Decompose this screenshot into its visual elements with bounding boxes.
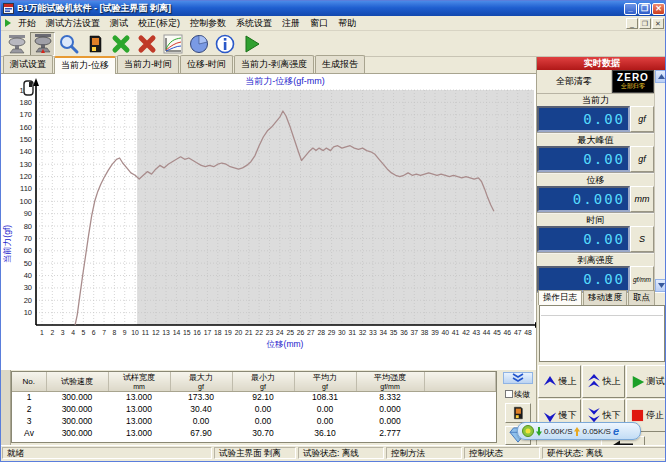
stop-icon (631, 409, 644, 422)
svg-text:27: 27 (307, 329, 315, 336)
app-icon (3, 3, 14, 14)
zoom-button[interactable] (56, 32, 81, 56)
svg-text:2: 2 (50, 329, 54, 336)
memory-card-button[interactable] (82, 32, 107, 56)
arrow-down-single-icon (543, 409, 557, 423)
clear-curve-button[interactable] (108, 32, 133, 56)
time-unit: S (630, 226, 654, 252)
operation-log-area[interactable] (539, 305, 665, 362)
menu-item-window[interactable]: 窗口 (305, 17, 333, 30)
close-button[interactable]: ✕ (652, 3, 665, 15)
svg-text:44: 44 (483, 329, 491, 336)
svg-text:12: 12 (152, 329, 160, 336)
svg-text:45: 45 (493, 329, 501, 336)
tab-pick-point[interactable]: 取点 (628, 290, 655, 305)
tab-operation-log[interactable]: 操作日志 (538, 290, 582, 305)
svg-text:180: 180 (19, 98, 32, 107)
svg-text:4: 4 (71, 329, 75, 336)
tab-move-speed[interactable]: 移动速度 (583, 290, 627, 305)
menu-item-calibration[interactable]: 校正(标定) (133, 17, 185, 30)
svg-text:80: 80 (24, 222, 32, 231)
graph-page-icon[interactable] (23, 80, 35, 96)
mdi-minimize-button[interactable]: _ (626, 18, 638, 29)
col-no: No. (12, 372, 46, 391)
app-window: B1万能试验机软件 - [试验主界面 剥离] _ ❐ ✕ 开始 测试方法设置 测… (0, 0, 666, 462)
svg-text:16: 16 (193, 329, 201, 336)
tab-generate-report[interactable]: 生成报告 (315, 55, 365, 73)
test-button[interactable]: 测试 (626, 365, 666, 398)
zero-all-button[interactable]: ZERO 全部归零 (612, 70, 654, 93)
readout-time: 时间 0.00 S (537, 214, 654, 254)
table-row[interactable]: 2300.000 13.00030.40 0.000.00 0.000 (12, 403, 496, 415)
restore-button[interactable]: ❐ (638, 3, 651, 15)
tab-test-settings[interactable]: 测试设置 (3, 55, 53, 73)
ie-icon[interactable]: e (613, 425, 619, 437)
time-display: 0.00 (537, 226, 630, 252)
current-force-unit: gf (630, 106, 654, 132)
status-test-state: 试验状态: 离线 (298, 447, 384, 459)
menu-item-register[interactable]: 注册 (277, 17, 305, 30)
fast-up-button[interactable]: 快上 (582, 365, 625, 398)
menu-item-start[interactable]: 开始 (13, 17, 41, 30)
pie-chart-button[interactable] (186, 32, 211, 56)
svg-text:35: 35 (390, 329, 398, 336)
realtime-panel: 实时数据 全部清零 ZERO 全部归零 当前力 0.00 gf (536, 57, 666, 445)
menu-item-help[interactable]: 帮助 (333, 17, 361, 30)
checkbox-box[interactable] (505, 390, 513, 398)
minimize-button[interactable]: _ (624, 3, 637, 15)
arrow-up-single-icon (543, 375, 557, 389)
svg-text:48: 48 (524, 329, 532, 336)
toolbar (1, 31, 666, 57)
svg-text:8: 8 (112, 329, 116, 336)
svg-text:21: 21 (245, 329, 253, 336)
network-speed-badge[interactable]: 0.00K/S 0.05K/S e (517, 422, 641, 440)
tab-force-time[interactable]: 当前力-时间 (117, 55, 179, 73)
svg-text:47: 47 (514, 329, 522, 336)
tab-force-peel-strength[interactable]: 当前力-剥离强度 (234, 55, 314, 73)
scroll-up-icon[interactable] (655, 70, 666, 83)
mdi-close-button[interactable]: ✕ (652, 18, 664, 29)
press-machine-2-button[interactable] (30, 32, 55, 56)
status-control-state: 控制状态 (464, 447, 540, 459)
svg-text:18: 18 (214, 329, 222, 336)
curves-view-button[interactable] (160, 32, 185, 56)
checkbox-label: 续做 (514, 389, 530, 400)
svg-text:40: 40 (24, 271, 32, 280)
svg-text:160: 160 (19, 123, 32, 132)
run-button[interactable] (238, 32, 263, 56)
svg-text:26: 26 (297, 329, 305, 336)
menu-item-test[interactable]: 测试 (105, 17, 133, 30)
tab-displacement-time[interactable]: 位移-时间 (180, 55, 233, 73)
table-row[interactable]: 1300.000 13.000173.30 92.10108.31 8.332 (12, 391, 496, 403)
slow-up-button[interactable]: 慢上 (538, 365, 581, 398)
readout-scrollbar[interactable] (654, 70, 666, 292)
table-row-average[interactable]: Av300.000 13.00067.90 30.7036.10 2.777 (12, 427, 496, 439)
menu-item-test-method[interactable]: 测试方法设置 (41, 17, 105, 30)
save-card-button[interactable] (505, 403, 531, 423)
clear-data-button[interactable] (134, 32, 159, 56)
start-arrow-icon (4, 19, 12, 27)
svg-text:29: 29 (328, 329, 336, 336)
svg-text:31: 31 (348, 329, 356, 336)
status-bar: 就绪 试验主界面 剥离 试验状态: 离线 控制方法 控制状态 硬件状态: 离线 (1, 445, 666, 460)
press-machine-1-button[interactable] (4, 32, 29, 56)
continue-checkbox[interactable]: 续做 (505, 389, 530, 400)
col-width: 试样宽度mm (108, 372, 170, 391)
info-button[interactable] (212, 32, 237, 56)
collapse-table-button[interactable] (503, 372, 533, 384)
pie-chart-icon (188, 33, 210, 55)
menu-item-control-params[interactable]: 控制参数 (185, 17, 231, 30)
displacement-display: 0.000 (537, 186, 630, 212)
peel-strength-unit: gf/mm (630, 266, 654, 292)
svg-text:32: 32 (359, 329, 367, 336)
svg-text:20: 20 (24, 296, 32, 305)
scroll-down-icon[interactable] (655, 279, 666, 292)
readout-displacement: 位移 0.000 mm (537, 174, 654, 214)
tab-force-displacement[interactable]: 当前力-位移 (54, 56, 116, 74)
mdi-restore-button[interactable]: ❐ (639, 18, 651, 29)
menu-item-system-settings[interactable]: 系统设置 (231, 17, 277, 30)
svg-text:170: 170 (19, 110, 32, 119)
table-row[interactable]: 3300.000 13.0000.00 0.000.00 0.000 (12, 415, 496, 427)
svg-text:当前力-位移(gf-mm): 当前力-位移(gf-mm) (245, 76, 325, 86)
current-force-display: 0.00 (537, 106, 630, 132)
